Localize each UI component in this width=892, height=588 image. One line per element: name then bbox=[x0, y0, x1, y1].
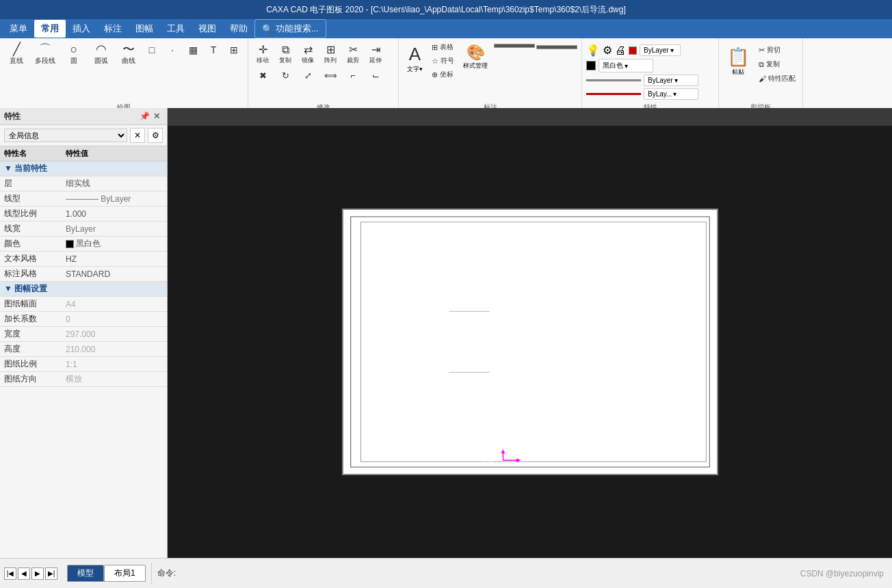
menu-item-tools[interactable]: 工具 bbox=[160, 20, 192, 38]
modify-scale-button[interactable]: ⤢ bbox=[298, 68, 318, 83]
modify-del-button[interactable]: ✖ bbox=[252, 68, 273, 83]
ribbon-group-draw: ╱ 直线 ⌒ 多段线 ○ 圆 ◠ 圆弧 〜 曲线 bbox=[0, 38, 248, 115]
draw-line-button[interactable]: ╱ 直线 bbox=[4, 41, 29, 68]
modify-chamfer-button[interactable]: ⌙ bbox=[365, 68, 386, 83]
paste-button[interactable]: 📋 粘贴 bbox=[723, 44, 753, 79]
line-style-dropdown[interactable]: ByLayer▾ bbox=[640, 44, 681, 56]
menu-item-help[interactable]: 帮助 bbox=[223, 20, 254, 38]
style-mgr-button[interactable]: 🎨 样式管理 bbox=[459, 41, 492, 73]
cut-button[interactable]: ✂ 剪切 bbox=[756, 44, 798, 56]
svg-text:SR14: SR14 bbox=[417, 308, 428, 313]
close-panel-button[interactable]: ✕ bbox=[150, 110, 163, 122]
draw-hatch-button[interactable]: ▦ bbox=[183, 42, 202, 68]
modify-trim-button[interactable]: ✂ 裁剪 bbox=[343, 41, 363, 67]
style-mgr-icon: 🎨 bbox=[467, 44, 485, 62]
filter-apply-button[interactable]: ⚙ bbox=[148, 128, 163, 143]
draw-rect-button[interactable]: □ bbox=[142, 42, 161, 68]
text-icon: T bbox=[211, 44, 217, 55]
nav-prev-button[interactable]: ◀ bbox=[18, 567, 30, 580]
annotation-symbol-button[interactable]: ☆ 符号 bbox=[429, 55, 457, 67]
modify-extend-button[interactable]: ⇥ 延伸 bbox=[365, 41, 386, 67]
match-button[interactable]: 🖌 特性匹配 bbox=[756, 72, 798, 85]
color-label: 黑白色 bbox=[603, 61, 623, 70]
polyline-icon: ⌒ bbox=[39, 43, 51, 55]
drawing-paper: 石 bbox=[342, 209, 718, 475]
svg-text:SR20: SR20 bbox=[447, 373, 458, 378]
prop-row-dimstyle: 标注风格 STANDARD bbox=[0, 267, 167, 282]
prop-row-width: 宽度 297.000 bbox=[0, 327, 167, 342]
search-label: 功能搜索... bbox=[276, 23, 319, 35]
draw-polyline-button[interactable]: ⌒ 多段线 bbox=[31, 41, 59, 68]
draw-circle-button[interactable]: ○ 圆 bbox=[62, 41, 86, 68]
menu-item-annotation[interactable]: 标注 bbox=[97, 20, 129, 38]
modify-array-button[interactable]: ⊞ 阵列 bbox=[320, 41, 341, 67]
svg-text:后导流: 后导流 bbox=[496, 423, 516, 431]
svg-text:1.6: 1.6 bbox=[464, 340, 470, 345]
menu-item-search[interactable]: 🔍 功能搜索... bbox=[254, 19, 326, 38]
drawing-svg: 石 bbox=[343, 210, 717, 474]
title-text: CAXA CAD 电子图板 2020 - [C:\Users\liao_\App… bbox=[266, 4, 626, 16]
navigation-arrows: |◀ ◀ ▶ ▶| bbox=[0, 567, 62, 580]
circle-icon: ○ bbox=[70, 43, 78, 55]
prop-filter: 全局信息 ✕ ⚙ bbox=[0, 125, 167, 146]
modify-copy-button[interactable]: ⧉ 复制 bbox=[275, 42, 296, 67]
model-tab-layout1[interactable]: 布局1 bbox=[104, 565, 146, 582]
draw-point-button[interactable]: · bbox=[163, 42, 182, 68]
menu-item-view[interactable]: 视图 bbox=[192, 20, 223, 38]
bylayer2-dropdown[interactable]: ByLay...▾ bbox=[644, 88, 698, 100]
svg-text:材料 YL401: 材料 YL401 bbox=[590, 436, 618, 442]
line-icon: ╱ bbox=[13, 43, 21, 55]
nav-first-button[interactable]: |◀ bbox=[4, 567, 16, 580]
stretch-icon: ⟺ bbox=[324, 70, 337, 81]
modify-fillet-button[interactable]: ⌐ bbox=[343, 68, 363, 83]
properties-table: 特性名 特性值 ▼ 当前特性 层 细实线 线型 ———— ByLayer bbox=[0, 146, 167, 387]
color-dropdown[interactable]: 黑白色▾ bbox=[599, 59, 653, 72]
annotation-table-button[interactable]: ⊞ 表格 bbox=[429, 41, 457, 53]
draw-insert-button[interactable]: ⊞ bbox=[224, 42, 244, 68]
annotation-coord-button[interactable]: ⊕ 坐标 bbox=[429, 68, 457, 81]
drawing-canvas[interactable]: 石 bbox=[168, 126, 892, 558]
modify-move-button[interactable]: ✛ 移动 bbox=[252, 41, 273, 67]
draw-arc-button[interactable]: ◠ 圆弧 bbox=[89, 41, 114, 68]
svg-text:数量  /: 数量 / bbox=[536, 436, 551, 442]
pin-button[interactable]: 📌 bbox=[138, 110, 150, 122]
menu-item-common[interactable]: 常用 bbox=[34, 20, 66, 38]
point-icon: · bbox=[171, 44, 174, 55]
nav-last-button[interactable]: ▶| bbox=[45, 567, 57, 580]
title-bar: CAXA CAD 电子图板 2020 - [C:\Users\liao_\App… bbox=[0, 0, 892, 19]
copy2-icon: ⧉ bbox=[282, 44, 289, 56]
command-line: 命令: bbox=[152, 567, 792, 579]
svg-text:0117: 0117 bbox=[601, 422, 619, 432]
trim-icon: ✂ bbox=[349, 43, 358, 56]
model-tab-model[interactable]: 模型 bbox=[67, 565, 104, 582]
prop-row-height: 高度 210.000 bbox=[0, 342, 167, 357]
prop-row-linescale: 线型比例 1.000 bbox=[0, 206, 167, 222]
ribbon-group-clipboard: 📋 粘贴 ✂ 剪切 ⧉ 复制 🖌 特性匹配 剪切板 bbox=[719, 38, 803, 115]
filter-clear-button[interactable]: ✕ bbox=[130, 128, 145, 143]
cut-icon: ✂ bbox=[759, 46, 765, 55]
annotation-text-button[interactable]: A 文字▾ bbox=[403, 41, 427, 77]
modify-mirror-button[interactable]: ⇄ 镜像 bbox=[298, 41, 318, 67]
filter-select[interactable]: 全局信息 bbox=[4, 129, 127, 142]
nav-next-button[interactable]: ▶ bbox=[31, 567, 44, 580]
menu-item-drawing-frame[interactable]: 图幅 bbox=[129, 20, 160, 38]
bylayer-dropdown[interactable]: ByLayer▾ bbox=[644, 75, 698, 86]
svg-text:石: 石 bbox=[601, 258, 607, 265]
prop-row-color: 颜色 黑白色 bbox=[0, 237, 167, 252]
modify-rotate-button[interactable]: ↻ bbox=[275, 68, 296, 83]
line-color-indicator bbox=[586, 93, 641, 95]
del-icon: ✖ bbox=[259, 70, 267, 81]
annotation-text-icon: A bbox=[409, 44, 421, 65]
symbol-icon: ☆ bbox=[432, 57, 438, 66]
svg-marker-52 bbox=[501, 449, 505, 453]
menu-item-main[interactable]: 菜单 bbox=[3, 20, 34, 38]
draw-curve-button[interactable]: 〜 曲线 bbox=[116, 41, 141, 68]
menu-item-insert[interactable]: 插入 bbox=[66, 20, 97, 38]
section-current-props: ▼ 当前特性 bbox=[0, 161, 167, 176]
modify-stretch-button[interactable]: ⟺ bbox=[320, 68, 341, 83]
draw-text-button[interactable]: T bbox=[204, 42, 223, 68]
match-icon: 🖌 bbox=[759, 75, 766, 83]
table-icon: ⊞ bbox=[432, 43, 438, 52]
print-icon: 🖨 bbox=[615, 44, 626, 57]
copy-button[interactable]: ⧉ 复制 bbox=[756, 58, 798, 70]
